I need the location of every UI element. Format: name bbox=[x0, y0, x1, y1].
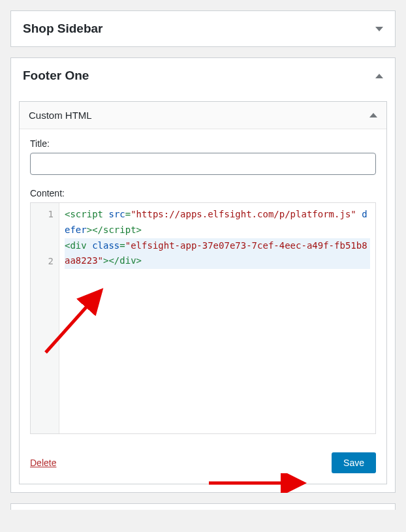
widget-area-title: Shop Sidebar bbox=[23, 22, 102, 36]
widget-custom-html: Custom HTML Title: Content: 1 2 bbox=[19, 101, 387, 484]
code-line-2: <div class="elfsight-app-37e07e73-7cef-4… bbox=[65, 238, 370, 270]
line-number: 2 bbox=[31, 254, 54, 270]
widget-area-placeholder bbox=[10, 503, 396, 510]
title-field-group: Title: bbox=[30, 138, 376, 175]
content-label: Content: bbox=[30, 188, 376, 198]
chevron-up-icon bbox=[369, 113, 377, 117]
widget-area-header-shop-sidebar[interactable]: Shop Sidebar bbox=[11, 11, 395, 46]
chevron-down-icon bbox=[375, 27, 383, 31]
code-gutter: 1 2 bbox=[31, 203, 59, 433]
code-line-1: <script src="https://apps.elfsight.com/p… bbox=[65, 207, 370, 238]
chevron-up-icon bbox=[375, 74, 383, 78]
widget-area-header-footer-one[interactable]: Footer One bbox=[11, 58, 395, 93]
widget-area-title: Footer One bbox=[23, 69, 89, 83]
save-button[interactable]: Save bbox=[332, 452, 376, 473]
content-code-editor[interactable]: 1 2 <script src="https://apps.elfsight.c… bbox=[30, 202, 376, 434]
widget-actions: Delete Save bbox=[30, 452, 376, 473]
content-field-group: Content: 1 2 <script src="https://apps.e… bbox=[30, 188, 376, 434]
widget-area-footer-one: Footer One Custom HTML Title: Content: 1 bbox=[10, 57, 396, 493]
widget-header[interactable]: Custom HTML bbox=[20, 102, 386, 129]
widget-title: Custom HTML bbox=[29, 110, 92, 121]
delete-link[interactable]: Delete bbox=[30, 458, 56, 468]
widget-area-shop-sidebar: Shop Sidebar bbox=[10, 10, 396, 47]
title-label: Title: bbox=[30, 138, 376, 149]
widget-area-body: Custom HTML Title: Content: 1 2 bbox=[11, 93, 395, 492]
widget-body: Title: Content: 1 2 <script src="https:/… bbox=[20, 129, 386, 484]
code-lines: <script src="https://apps.elfsight.com/p… bbox=[59, 203, 375, 433]
line-number: 1 bbox=[31, 207, 54, 254]
title-input[interactable] bbox=[30, 153, 376, 175]
